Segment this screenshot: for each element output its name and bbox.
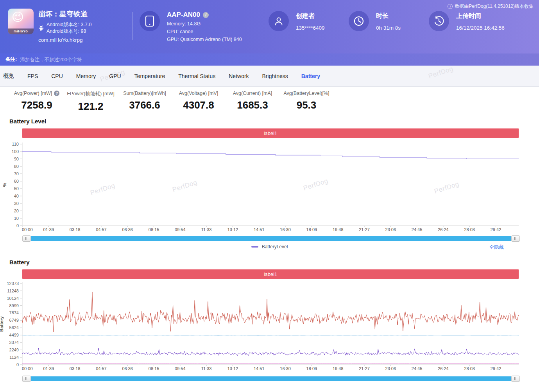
svg-text:16:30: 16:30: [280, 227, 291, 232]
app-meta: 崩坏：星穹铁道: [38, 9, 91, 43]
battery-level-legend-row: BatteryLevel 全隐藏: [0, 244, 539, 251]
svg-text:24:45: 24:45: [412, 366, 423, 371]
scrollbar-right-grip[interactable]: [511, 235, 520, 242]
stat-label: Avg(Current) [mA]: [233, 91, 272, 96]
tab-memory[interactable]: Memory: [76, 73, 96, 79]
svg-text:%: %: [2, 183, 7, 187]
legend-label: BatteryLevel: [262, 244, 288, 249]
tab-概览[interactable]: 概览: [3, 73, 14, 80]
svg-text:10124: 10124: [7, 296, 19, 301]
svg-text:16:30: 16:30: [280, 366, 291, 371]
remark-bar: 备注:: [0, 53, 539, 66]
svg-text:09:54: 09:54: [175, 366, 186, 371]
tab-battery[interactable]: Battery: [301, 73, 320, 79]
upload-time-label: 上传时间: [456, 12, 505, 20]
help-icon[interactable]: ?: [54, 91, 59, 96]
stat-value: 7258.9: [12, 99, 62, 111]
scrollbar-left-grip[interactable]: [22, 376, 31, 382]
stat-label: Sum(Battery)[mWh]: [123, 91, 166, 96]
scrollbar-left-grip[interactable]: [22, 235, 31, 242]
clock-icon: [349, 11, 369, 31]
svg-text:00:00: 00:00: [22, 366, 33, 371]
duration-value: 0h 31m 8s: [376, 25, 401, 31]
creator-value: 135****6409: [296, 25, 325, 31]
stat-label: FPower(帧能耗) [mW]: [67, 91, 115, 97]
svg-text:30: 30: [14, 201, 19, 206]
device-cpu: CPU: canoe: [167, 29, 242, 34]
scrollbar-track[interactable]: [31, 236, 511, 241]
info-icon: i: [448, 4, 453, 9]
battery-level-label-bar: label1: [22, 128, 519, 138]
app-package: com.miHoYo.hkrpg: [38, 37, 91, 43]
svg-text:110: 110: [12, 142, 19, 146]
svg-text:21:27: 21:27: [359, 366, 370, 371]
svg-text:29:42: 29:42: [491, 227, 501, 232]
svg-text:04:57: 04:57: [96, 227, 107, 232]
tab-temperature[interactable]: Temperature: [134, 73, 165, 79]
svg-text:11248: 11248: [7, 289, 19, 293]
svg-text:11:33: 11:33: [201, 227, 212, 232]
stat-avg-voltage-mv-: Avg(Voltage) [mV]4307.8: [174, 91, 224, 112]
svg-text:23:06: 23:06: [385, 227, 396, 232]
battery-level-title: Battery Level: [9, 118, 539, 125]
svg-text:0: 0: [16, 223, 19, 228]
svg-text:13:12: 13:12: [227, 227, 238, 232]
app-info-block: 😉 miHoYo 崩坏：星穹铁道: [8, 9, 125, 43]
svg-text:12373: 12373: [7, 281, 19, 286]
device-info-icon[interactable]: i: [203, 12, 209, 18]
tab-network[interactable]: Network: [229, 73, 249, 79]
legend-item-batterylevel[interactable]: BatteryLevel: [251, 244, 288, 249]
svg-text:100: 100: [12, 149, 19, 154]
svg-text:26:24: 26:24: [438, 366, 449, 371]
svg-text:0: 0: [16, 362, 19, 367]
svg-text:08:15: 08:15: [149, 227, 159, 232]
hide-all-link[interactable]: 全隐藏: [489, 244, 504, 251]
svg-text:80: 80: [14, 164, 19, 169]
svg-text:29:42: 29:42: [491, 366, 501, 371]
android-icon: [38, 25, 44, 31]
stat-value: 1685.3: [227, 99, 278, 111]
device-gpu: GPU: Qualcomm Adreno (TM) 840: [167, 37, 242, 42]
tab-gpu[interactable]: GPU: [109, 73, 121, 79]
battery-level-scrollbar: [22, 235, 520, 242]
svg-text:18:09: 18:09: [306, 227, 317, 232]
stat-sum-battery-mwh-: Sum(Battery)[mWh]3766.6: [120, 91, 170, 112]
svg-text:28:03: 28:03: [464, 227, 475, 232]
scrollbar-right-grip[interactable]: [511, 376, 520, 382]
remark-input[interactable]: [20, 57, 215, 62]
upload-time-value: 16/12/2025 16:42:56: [456, 25, 505, 31]
svg-text:01:39: 01:39: [43, 366, 54, 371]
stat-avg-power-mw-: Avg(Power) [mW]?7258.9: [12, 91, 62, 112]
creator-label: 创建者: [296, 12, 325, 20]
svg-text:19:48: 19:48: [333, 227, 344, 232]
svg-text:28:03: 28:03: [464, 366, 475, 371]
stat-avg-current-ma-: Avg(Current) [mA]1685.3: [227, 91, 278, 112]
metric-tab-bar: PerfDog PerfDog 概览FPSCPUMemoryGPUTempera…: [0, 66, 539, 87]
collect-version-note: i 数据由PerfDog(11.4.251012)版本收集: [448, 3, 534, 10]
svg-text:20: 20: [14, 208, 19, 213]
upload-time-card: 上传时间 16/12/2025 16:42:56: [429, 11, 526, 31]
svg-text:26:24: 26:24: [438, 227, 449, 232]
tab-cpu[interactable]: CPU: [51, 73, 63, 79]
duration-label: 时长: [376, 12, 401, 20]
app-icon-brand-label: miHoYo: [8, 29, 34, 34]
tab-thermal-status[interactable]: Thermal Status: [178, 73, 215, 79]
phone-icon: [140, 11, 160, 31]
app-icon-art: 😉: [12, 10, 24, 24]
svg-text:Battery: Battery: [0, 316, 4, 332]
svg-text:04:57: 04:57: [96, 366, 107, 371]
scrollbar-track[interactable]: [31, 376, 511, 381]
svg-text:5624: 5624: [9, 325, 19, 330]
svg-text:40: 40: [14, 194, 19, 198]
tab-fps[interactable]: FPS: [27, 73, 38, 79]
svg-text:6749: 6749: [9, 318, 19, 323]
legend-dash-icon: [251, 246, 258, 248]
svg-text:00:00: 00:00: [22, 227, 33, 232]
svg-text:18:09: 18:09: [306, 366, 317, 371]
svg-text:14:51: 14:51: [254, 227, 265, 232]
tab-brightness[interactable]: Brightness: [262, 73, 288, 79]
svg-text:3374: 3374: [9, 340, 19, 345]
svg-text:23:06: 23:06: [385, 366, 396, 371]
svg-text:11:33: 11:33: [201, 366, 212, 371]
stat-label: Avg(BatteryLevel)[%]: [283, 91, 329, 96]
